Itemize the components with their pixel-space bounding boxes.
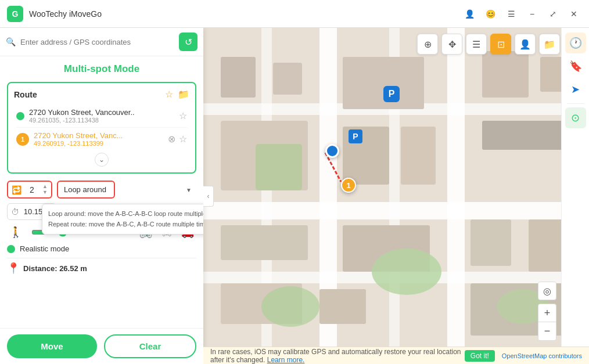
distance-pin-icon: 📍 xyxy=(7,262,20,275)
loop-dropdown-wrapper: Loop around Repeat route ▼ xyxy=(57,181,196,199)
waypoint-1-dot: 1 xyxy=(16,133,29,146)
gps-center-btn[interactable]: ◎ xyxy=(538,282,556,300)
app-title: WooTechy iMoveGo xyxy=(29,9,461,19)
svg-point-24 xyxy=(372,248,441,295)
waypoint-1-delete-btn[interactable]: ⊗ xyxy=(168,134,175,145)
share-tool-btn[interactable]: ➤ xyxy=(565,79,586,100)
route-label: Route xyxy=(14,90,37,99)
loop-icon: 🔁 xyxy=(12,185,21,194)
minimize-btn[interactable]: − xyxy=(524,6,540,22)
crosshair-tool-btn[interactable]: ⊕ xyxy=(417,34,438,55)
osm-credit: OpenStreetMap contributors xyxy=(502,352,582,359)
main-layout: 🔍 ↺ Multi-spot Mode Route ☆ 📁 xyxy=(0,28,589,364)
waypoint-1-star-btn[interactable]: ☆ xyxy=(179,134,187,145)
route-header-icons: ☆ 📁 xyxy=(165,89,189,100)
map-area[interactable]: 1 P P ‹ ⊕ ✥ ☰ ⊡ 👤 📁 ◎ + − 🕐 🔖 ➤ ⊙ xyxy=(203,28,589,364)
start-item-icons: ☆ xyxy=(179,110,187,121)
speed-icon: ⏱ xyxy=(11,207,19,217)
window-controls: 👤 😊 ☰ − ⤢ ✕ xyxy=(461,6,582,22)
clear-btn[interactable]: Clear xyxy=(104,334,196,358)
loop-count-input[interactable] xyxy=(24,185,40,194)
bookmark-tool-btn[interactable]: 🔖 xyxy=(565,56,586,77)
walk-icon[interactable]: 🚶 xyxy=(9,226,22,239)
waypoint-1-address: 2720 Yukon Street, Vanc... xyxy=(34,131,163,140)
maximize-btn[interactable]: ⤢ xyxy=(545,6,561,22)
history-tool-btn[interactable]: 🕐 xyxy=(565,33,586,53)
map-toolbar: ⊕ ✥ ☰ ⊡ 👤 📁 xyxy=(417,34,560,55)
map-zoom-controls: + − xyxy=(538,304,556,341)
distance-value: Distance: 26.52 m xyxy=(23,264,87,273)
panel-content: Multi-spot Mode Route ☆ 📁 2720 Yukon Str… xyxy=(0,56,203,328)
title-bar: G WooTechy iMoveGo 👤 😊 ☰ − ⤢ ✕ xyxy=(0,0,589,28)
got-it-btn[interactable]: Got it! xyxy=(465,350,495,362)
svg-rect-3 xyxy=(447,28,465,364)
app-logo: G xyxy=(7,6,23,22)
route-star-btn[interactable]: ☆ xyxy=(165,89,173,100)
mode-title: Multi-spot Mode xyxy=(7,63,196,75)
person-tool-btn[interactable]: 👤 xyxy=(515,34,536,55)
distance-divider xyxy=(7,258,196,258)
profile-icon-btn[interactable]: 👤 xyxy=(461,6,477,22)
right-tools-panel: 🕐 🔖 ➤ ⊙ xyxy=(561,28,589,364)
route-box: Route ☆ 📁 2720 Yukon Street, Vancouver..… xyxy=(7,82,196,174)
svg-point-25 xyxy=(261,286,319,327)
route-item-1: 1 2720 Yukon Street, Vanc... 49.260919, … xyxy=(14,127,189,150)
current-location-marker xyxy=(325,144,339,158)
start-address: 2720 Yukon Street, Vancouver.. xyxy=(29,108,174,117)
refresh-location-btn[interactable]: ↺ xyxy=(179,33,197,51)
search-icon: 🔍 xyxy=(6,37,16,46)
folder-tool-btn[interactable]: 📁 xyxy=(539,34,560,55)
dropdown-arrow-icon: ▼ xyxy=(186,186,192,193)
route-item-start: 2720 Yukon Street, Vancouver.. 49.261035… xyxy=(14,104,189,127)
parking-badge-1: P xyxy=(349,129,362,143)
toggle-tool-btn[interactable]: ⊙ xyxy=(565,107,586,128)
realistic-mode-row: Realistic mode xyxy=(7,244,196,253)
left-panel: 🔍 ↺ Multi-spot Mode Route ☆ 📁 xyxy=(0,28,203,364)
learn-more-link[interactable]: Learn more. xyxy=(267,356,305,364)
route-folder-btn[interactable]: 📁 xyxy=(178,89,189,100)
svg-rect-13 xyxy=(401,127,436,185)
collapse-panel-btn[interactable]: ‹ xyxy=(203,186,214,207)
layers-tool-btn[interactable]: ☰ xyxy=(466,34,487,55)
expand-circle[interactable]: ⌄ xyxy=(95,153,109,167)
start-star-btn[interactable]: ☆ xyxy=(179,110,187,121)
waypoint-1-marker: 1 xyxy=(341,178,356,193)
loop-row: 🔁 ▲ ▼ Loop around Repeat route ▼ xyxy=(7,181,196,199)
start-info: 2720 Yukon Street, Vancouver.. 49.261035… xyxy=(29,108,174,124)
search-input[interactable] xyxy=(20,38,174,46)
emoji-btn[interactable]: 😊 xyxy=(482,6,498,22)
panel-footer: Move Clear xyxy=(0,328,203,364)
zoom-out-btn[interactable]: − xyxy=(538,322,556,341)
svg-rect-8 xyxy=(221,57,256,98)
menu-btn[interactable]: ☰ xyxy=(503,6,519,22)
right-tools-divider xyxy=(567,103,584,104)
start-coords: 49.261035, -123.113438 xyxy=(29,117,174,124)
close-btn[interactable]: ✕ xyxy=(566,6,582,22)
waypoint-1-info: 2720 Yukon Street, Vanc... 49.260919, -1… xyxy=(34,131,163,147)
zoom-in-btn[interactable]: + xyxy=(538,304,556,322)
route-header: Route ☆ 📁 xyxy=(14,89,189,100)
realistic-mode-label: Realistic mode xyxy=(20,244,69,253)
waypoint-1-coords: 49.260919, -123.113399 xyxy=(34,140,163,147)
loop-stepper: ▲ ▼ xyxy=(42,184,48,195)
notification-text: In rare cases, iOS may calibrate GPS and… xyxy=(210,348,462,364)
loop-count-box: 🔁 ▲ ▼ xyxy=(7,181,52,199)
frame-tool-btn[interactable]: ⊡ xyxy=(490,34,511,55)
osm-link[interactable]: OpenStreetMap contributors xyxy=(502,352,582,359)
loop-type-select[interactable]: Loop around Repeat route xyxy=(57,181,115,199)
svg-rect-21 xyxy=(471,219,511,266)
move-btn[interactable]: Move xyxy=(7,334,97,358)
svg-rect-14 xyxy=(482,51,529,98)
expand-route-btn[interactable]: ⌄ xyxy=(14,153,189,167)
start-dot xyxy=(16,112,24,120)
svg-rect-11 xyxy=(343,57,424,109)
bottom-notification-bar: In rare cases, iOS may calibrate GPS and… xyxy=(203,347,589,364)
svg-rect-9 xyxy=(273,63,302,95)
loop-count-down-btn[interactable]: ▼ xyxy=(42,190,48,195)
search-bar: 🔍 ↺ xyxy=(0,28,203,56)
pan-tool-btn[interactable]: ✥ xyxy=(441,34,462,55)
loop-count-up-btn[interactable]: ▲ xyxy=(42,184,48,189)
distance-row: 📍 Distance: 26.52 m xyxy=(7,262,196,275)
svg-rect-17 xyxy=(221,225,308,260)
speed-input[interactable] xyxy=(21,207,45,216)
